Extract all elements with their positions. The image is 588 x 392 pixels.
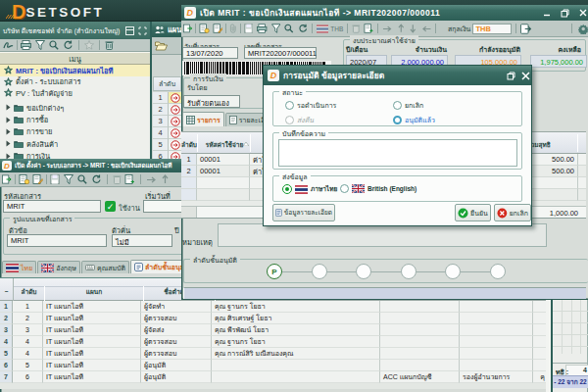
x-circle-icon (497, 208, 508, 219)
separator-input[interactable]: ไม่มี (112, 234, 172, 247)
star-icon[interactable] (84, 40, 94, 50)
close-icon[interactable] (579, 9, 587, 17)
doc-code-input[interactable]: MRIT (3, 200, 101, 213)
print-icon[interactable] (257, 24, 267, 33)
filter-icon[interactable] (35, 40, 45, 50)
currency-label: สกุลเงิน (448, 24, 470, 34)
signature-icon[interactable] (3, 40, 14, 50)
grid-icon (186, 116, 195, 124)
table-row[interactable]: 22IT แผนกไอทีผู้ตรวจสอบคุณ ศิรเศรษฐ์ โยธ… (0, 313, 546, 324)
save-icon[interactable] (50, 174, 60, 184)
doc-title: เปิด MRIT : ขอเบิกเงินสดแผนกไอที -> MRIT… (200, 6, 440, 20)
doc-titlebar[interactable]: D เปิด MRIT : ขอเบิกเงินสดแผนกไอที -> MR… (181, 5, 588, 21)
tree-item-inventory[interactable]: คลังสินค้า (0, 138, 150, 150)
arrow-right-icon[interactable] (146, 175, 157, 184)
arrow-up-icon[interactable] (397, 24, 406, 33)
tab-properties[interactable]: คุณสมบัติ (81, 261, 129, 273)
trash-icon[interactable] (113, 174, 122, 184)
edit-doc-icon[interactable] (213, 24, 222, 33)
dept-row[interactable]: 5 (153, 139, 181, 151)
radio-return[interactable]: ส่งคืน (285, 115, 314, 125)
exit-icon[interactable] (2, 174, 12, 184)
restore-icon[interactable] (561, 9, 569, 18)
uk-flag-icon (41, 264, 54, 272)
tab-items[interactable]: รายการ (182, 112, 224, 126)
menu-item-pv[interactable]: PV : ใบสำคัญจ่าย (0, 87, 150, 99)
search-icon[interactable] (284, 24, 293, 33)
currency-input[interactable]: THB (472, 24, 512, 34)
confirm-button[interactable]: ยืนยัน (455, 204, 491, 221)
arrow-down-icon[interactable] (409, 24, 417, 33)
table-row[interactable]: 33IT แผนกไอทีผู้จัดส่งคุณ พีรพัฒน์ โยธา (0, 324, 546, 336)
tree-item-purchase[interactable]: การซื้อ (0, 114, 150, 125)
refresh-icon[interactable] (298, 24, 308, 33)
dialog-titlebar[interactable]: D การอนุมัติ ข้อมูลรายละเอียด (264, 66, 531, 85)
expand-icon[interactable] (138, 26, 147, 35)
dept-row[interactable]: 2 (153, 104, 181, 116)
radio-approved[interactable]: อนุมัติแล้ว (393, 115, 435, 125)
save-icon[interactable] (244, 24, 253, 33)
search-icon[interactable] (49, 40, 59, 50)
arrow-left-icon[interactable] (421, 24, 431, 33)
radio-pending[interactable]: รอดำเนินการ (285, 100, 336, 111)
folder-open-icon[interactable] (155, 40, 168, 51)
gear-icon[interactable] (578, 24, 588, 34)
prefix-input[interactable]: MRIT (7, 234, 107, 247)
doc-date-input[interactable]: 13/07/2020 (182, 47, 238, 59)
exit-icon[interactable] (183, 24, 192, 33)
denied-icon (171, 117, 180, 126)
print-icon[interactable] (21, 40, 31, 50)
filter-icon[interactable] (64, 174, 74, 184)
dept-row[interactable]: 4 (153, 127, 181, 139)
search-icon[interactable] (77, 174, 87, 184)
table-row[interactable]: 44IT แผนกไอทีผู้ตรวจสอบคุณ ฐานกร โยธา (0, 336, 546, 348)
year-label: ปี (174, 224, 179, 236)
doc-no-input[interactable]: MRIT202007/000011 (244, 47, 317, 59)
attach-icon[interactable] (229, 24, 237, 33)
close-icon[interactable] (521, 72, 530, 80)
tree-item-requests[interactable]: ขอเบิกต่างๆ (0, 102, 150, 114)
table-row[interactable]: 54IT แผนกไอทีผู้ตรวจสอบคุณ การณ์สิริ มณี… (0, 348, 546, 360)
receive-by-input[interactable]: รับด้วยตนเอง (183, 95, 240, 108)
logout-icon[interactable] (520, 24, 531, 34)
copy-doc-icon[interactable] (364, 24, 373, 33)
edit-doc-icon[interactable] (32, 174, 43, 184)
doc-icon (275, 208, 282, 218)
dept-row[interactable]: 1 (153, 92, 181, 104)
new-doc-icon[interactable] (19, 174, 29, 184)
thai-flag-icon (317, 24, 328, 33)
menu-item-settings[interactable]: ตั้งค่า - ระบบเอกสาร (0, 76, 150, 88)
active-checkbox[interactable]: ✓ (105, 201, 116, 212)
trash-icon[interactable] (105, 40, 114, 50)
note-input[interactable] (218, 223, 547, 247)
refresh-icon[interactable] (63, 40, 74, 50)
radio-thai[interactable]: ภาษาไทย (282, 184, 337, 194)
tab-thai[interactable]: ไทย (2, 261, 36, 273)
cancel-button[interactable]: ยกเลิก (494, 204, 531, 221)
dept-row[interactable]: 3 (153, 116, 181, 127)
menu-item-mrit[interactable]: MRIT : ขอเบิกเงินสดแผนกไอที (0, 65, 150, 76)
tab-english[interactable]: อังกฤษ (37, 261, 80, 273)
arrow-right-icon[interactable] (382, 24, 392, 33)
new-doc-icon[interactable] (199, 24, 209, 33)
flow-step (312, 264, 327, 279)
table-row[interactable]: 11IT แผนกไอทีผู้จัดทำคุณ ฐานกร โยธา (0, 301, 546, 313)
radio-english[interactable]: British (English) (340, 184, 416, 193)
budget-col-label: จำนวนเงิน (393, 44, 447, 55)
filter-icon[interactable] (271, 24, 280, 33)
restore-icon[interactable] (507, 72, 515, 80)
note-textarea[interactable] (278, 139, 517, 167)
layout-icon[interactable] (125, 26, 134, 35)
table-row[interactable]: 65IT แผนกไอทีผู้อนุมัติ (0, 360, 546, 371)
refresh-icon[interactable] (91, 174, 102, 184)
arrow-up-icon[interactable] (161, 174, 170, 184)
table-row[interactable]: 76IT แผนกไอทีผู้อนุมัติACC แผนกบัญชีรองผ… (0, 371, 546, 383)
trash-icon[interactable] (352, 24, 361, 33)
copy-doc-icon[interactable] (124, 174, 135, 184)
tree-item-sales[interactable]: การขาย (0, 125, 150, 137)
thai-flag-icon (6, 264, 19, 272)
company-bar-icons[interactable] (125, 26, 147, 35)
minimize-icon[interactable] (543, 9, 551, 17)
detail-button[interactable]: ข้อมูลรายละเอียด (272, 204, 335, 221)
radio-cancel[interactable]: ยกเลิก (393, 100, 423, 111)
